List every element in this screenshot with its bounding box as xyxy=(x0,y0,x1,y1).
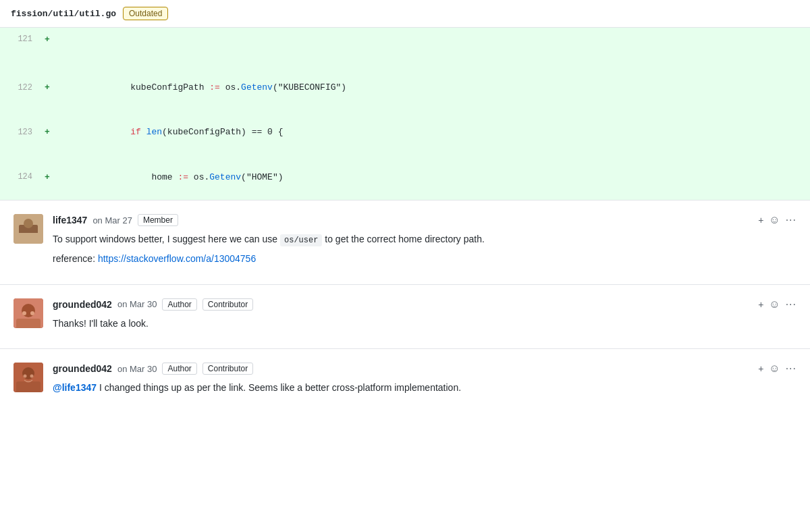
code-token: := xyxy=(209,82,220,92)
reference-label: reference: xyxy=(53,253,98,264)
emoji-button-2[interactable]: ☺ xyxy=(769,298,780,311)
line-number-121: 121 xyxy=(0,32,40,47)
file-header: fission/util/util.go Outdated xyxy=(0,0,810,28)
diff-spacer xyxy=(0,52,810,65)
author-badge-3: Author xyxy=(162,363,196,375)
code-token: (kubeConfigPath) == 0 { xyxy=(162,127,283,137)
svg-rect-11 xyxy=(16,381,40,392)
code-token: ("KUBECONFIG") xyxy=(273,82,346,92)
comment-header-1: life1347 on Mar 27 Member + ☺ ··· xyxy=(53,214,796,226)
comment-meta-1: life1347 on Mar 27 Member xyxy=(53,214,178,226)
line-number-123: 123 xyxy=(0,125,40,140)
comment-body-1: life1347 on Mar 27 Member + ☺ ··· To sup… xyxy=(53,214,796,271)
comment-paragraph-1: To support windows better, I suggest her… xyxy=(53,232,796,247)
code-token: os. xyxy=(220,82,241,92)
avatar-life1347 xyxy=(14,214,43,244)
svg-point-13 xyxy=(30,375,34,378)
svg-point-5 xyxy=(22,304,35,317)
comment-text-body: I changed things up as per the link. See… xyxy=(99,382,461,393)
comment-thread-3: grounded042 on Mar 30 Author Contributor… xyxy=(0,349,810,413)
stackoverflow-link[interactable]: https://stackoverflow.com/a/13004756 xyxy=(98,253,256,264)
add-reaction-icon-3[interactable]: + xyxy=(758,363,763,374)
comment-text-3: @life1347 I changed things up as per the… xyxy=(53,380,796,395)
comment-item-2: grounded042 on Mar 30 Author Contributor… xyxy=(14,298,796,335)
comment-item-3: grounded042 on Mar 30 Author Contributor… xyxy=(14,363,796,399)
comment-paragraph-4: @life1347 I changed things up as per the… xyxy=(53,380,796,395)
emoji-button-3[interactable]: ☺ xyxy=(769,363,780,375)
code-token xyxy=(141,127,146,137)
contributor-badge-3: Contributor xyxy=(202,363,253,375)
inline-code-osuser: os/user xyxy=(280,234,322,246)
svg-rect-3 xyxy=(18,233,39,244)
comment-thread-1: life1347 on Mar 27 Member + ☺ ··· To sup… xyxy=(0,201,810,285)
diff-code-123: if len(kubeConfigPath) == 0 { xyxy=(54,110,810,155)
svg-point-2 xyxy=(24,219,33,228)
add-reaction-icon[interactable]: + xyxy=(758,215,763,225)
comment-body-2: grounded042 on Mar 30 Author Contributor… xyxy=(53,298,796,335)
author-badge-2: Author xyxy=(162,298,196,311)
comment-actions-3: + ☺ ··· xyxy=(758,363,796,375)
diff-line-121: 121 + xyxy=(0,28,810,52)
avatar-grounded042 xyxy=(14,298,43,328)
code-token: len xyxy=(146,127,162,137)
comment-meta-2: grounded042 on Mar 30 Author Contributor xyxy=(53,298,253,311)
comment-text-1: To support windows better, I suggest her… xyxy=(53,232,796,267)
comment-paragraph-2: reference: https://stackoverflow.com/a/1… xyxy=(53,251,796,266)
svg-point-8 xyxy=(30,311,34,315)
add-reaction-icon-2[interactable]: + xyxy=(758,299,763,310)
diff-line-122: 122 + kubeConfigPath := os.Getenv("KUBEC… xyxy=(0,65,810,110)
comment-meta-3: grounded042 on Mar 30 Author Contributor xyxy=(53,363,253,375)
code-token: := xyxy=(178,172,188,182)
comment-date-3: on Mar 30 xyxy=(117,364,157,374)
diff-line-124: 124 + home := os.Getenv("HOME") xyxy=(0,155,810,200)
code-token: ("HOME") xyxy=(241,172,283,182)
more-options-button-1[interactable]: ··· xyxy=(786,214,796,226)
diff-plus-121: + xyxy=(40,32,54,49)
comment-header-2: grounded042 on Mar 30 Author Contributor… xyxy=(53,298,796,311)
comment-actions-2: + ☺ ··· xyxy=(758,298,796,311)
code-token: if xyxy=(130,127,141,137)
diff-code-121 xyxy=(54,38,810,41)
avatar-grounded042b xyxy=(14,363,43,392)
code-token xyxy=(88,127,130,137)
emoji-button-1[interactable]: ☺ xyxy=(769,214,780,226)
code-token: kubeConfigPath xyxy=(88,82,209,92)
file-path: fission/util/util.go xyxy=(11,9,116,19)
diff-code-122: kubeConfigPath := os.Getenv("KUBECONFIG"… xyxy=(54,65,810,110)
line-number-122: 122 xyxy=(0,80,40,96)
diff-plus-124: + xyxy=(40,169,54,186)
svg-point-10 xyxy=(22,367,34,379)
comment-date-2: on Mar 30 xyxy=(117,299,157,309)
comment-author-1: life1347 xyxy=(53,215,87,225)
svg-rect-6 xyxy=(16,319,40,328)
code-token: Getenv xyxy=(209,172,241,182)
member-badge: Member xyxy=(138,214,178,226)
diff-plus-122: + xyxy=(40,80,54,97)
diff-line-123: 123 + if len(kubeConfigPath) == 0 { xyxy=(0,110,810,155)
code-token: os. xyxy=(188,172,209,182)
comment-thread-2: grounded042 on Mar 30 Author Contributor… xyxy=(0,285,810,349)
more-options-button-3[interactable]: ··· xyxy=(786,363,796,375)
comment-actions-1: + ☺ ··· xyxy=(758,214,796,226)
contributor-badge-2: Contributor xyxy=(202,298,253,311)
comment-text-2: Thanks! I'll take a look. xyxy=(53,316,796,331)
more-options-button-2[interactable]: ··· xyxy=(786,298,796,311)
svg-point-12 xyxy=(24,375,27,378)
comment-item-1: life1347 on Mar 27 Member + ☺ ··· To sup… xyxy=(14,214,796,271)
comment-paragraph-3: Thanks! I'll take a look. xyxy=(53,316,796,331)
code-token: home xyxy=(88,172,178,182)
comment-text-after: to get the correct home directory path. xyxy=(325,234,485,244)
comment-header-3: grounded042 on Mar 30 Author Contributor… xyxy=(53,363,796,375)
mention-life1347: @life1347 xyxy=(53,382,97,393)
comment-author-3: grounded042 xyxy=(53,363,112,374)
diff-code-124: home := os.Getenv("HOME") xyxy=(54,155,810,200)
diff-container: 121 + 122 + kubeConfigPath := os.Getenv(… xyxy=(0,28,810,201)
comment-author-2: grounded042 xyxy=(53,299,112,310)
comments-section: life1347 on Mar 27 Member + ☺ ··· To sup… xyxy=(0,201,810,413)
line-number-124: 124 xyxy=(0,169,40,185)
code-token: Getenv xyxy=(241,82,273,92)
comment-text-before: To support windows better, I suggest her… xyxy=(53,234,280,244)
comment-date-1: on Mar 27 xyxy=(92,215,132,225)
svg-point-7 xyxy=(22,311,26,315)
outdated-badge: Outdated xyxy=(123,7,168,20)
